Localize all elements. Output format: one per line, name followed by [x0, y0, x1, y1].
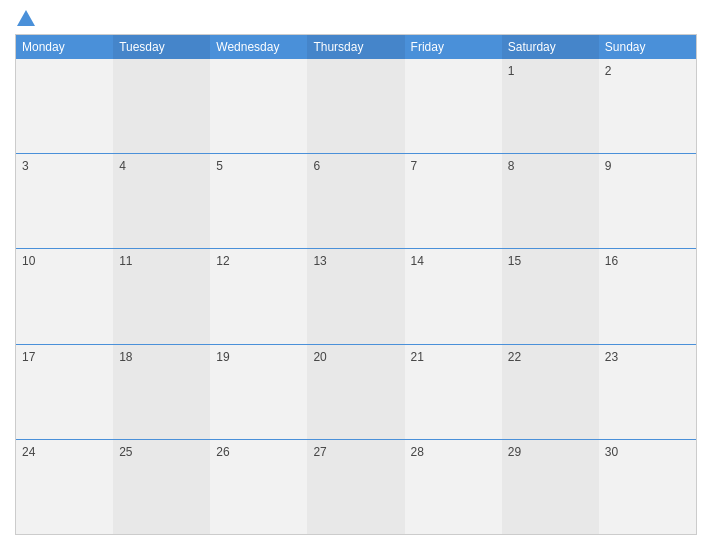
- day-cell-30: 30: [599, 440, 696, 534]
- logo-triangle-icon: [17, 10, 35, 26]
- day-cell-22: 22: [502, 345, 599, 439]
- day-number: 13: [313, 254, 326, 268]
- day-cell-5: 5: [210, 154, 307, 248]
- day-cell-6: 6: [307, 154, 404, 248]
- day-cell-21: 21: [405, 345, 502, 439]
- week-row-5: 24252627282930: [16, 440, 696, 534]
- day-cell-16: 16: [599, 249, 696, 343]
- day-header-wednesday: Wednesday: [210, 35, 307, 59]
- calendar-grid-area: MondayTuesdayWednesdayThursdayFridaySatu…: [15, 34, 697, 535]
- day-cell-23: 23: [599, 345, 696, 439]
- day-cell-27: 27: [307, 440, 404, 534]
- day-header-saturday: Saturday: [502, 35, 599, 59]
- day-number: 29: [508, 445, 521, 459]
- day-number: 2: [605, 64, 612, 78]
- day-cell-12: 12: [210, 249, 307, 343]
- day-cell-1: 1: [502, 59, 599, 153]
- day-cell-15: 15: [502, 249, 599, 343]
- day-cell-17: 17: [16, 345, 113, 439]
- day-cell-7: 7: [405, 154, 502, 248]
- day-header-friday: Friday: [405, 35, 502, 59]
- day-number: 30: [605, 445, 618, 459]
- week-row-1: 12: [16, 59, 696, 154]
- week-row-4: 17181920212223: [16, 345, 696, 440]
- day-number: 5: [216, 159, 223, 173]
- days-header: MondayTuesdayWednesdayThursdayFridaySatu…: [16, 35, 696, 59]
- day-number: 11: [119, 254, 132, 268]
- day-cell-2: 2: [599, 59, 696, 153]
- day-number: 7: [411, 159, 418, 173]
- day-cell-10: 10: [16, 249, 113, 343]
- day-number: 1: [508, 64, 515, 78]
- day-cell-29: 29: [502, 440, 599, 534]
- day-header-sunday: Sunday: [599, 35, 696, 59]
- day-cell-9: 9: [599, 154, 696, 248]
- day-number: 3: [22, 159, 29, 173]
- day-number: 15: [508, 254, 521, 268]
- empty-day-cell: [113, 59, 210, 153]
- empty-day-cell: [307, 59, 404, 153]
- day-number: 4: [119, 159, 126, 173]
- day-number: 19: [216, 350, 229, 364]
- day-cell-18: 18: [113, 345, 210, 439]
- day-header-thursday: Thursday: [307, 35, 404, 59]
- day-number: 26: [216, 445, 229, 459]
- day-number: 20: [313, 350, 326, 364]
- week-row-3: 10111213141516: [16, 249, 696, 344]
- day-cell-11: 11: [113, 249, 210, 343]
- day-cell-25: 25: [113, 440, 210, 534]
- day-number: 14: [411, 254, 424, 268]
- day-number: 18: [119, 350, 132, 364]
- day-number: 10: [22, 254, 35, 268]
- day-number: 16: [605, 254, 618, 268]
- day-cell-3: 3: [16, 154, 113, 248]
- week-row-2: 3456789: [16, 154, 696, 249]
- svg-marker-0: [17, 10, 35, 26]
- calendar-header: [15, 10, 697, 26]
- empty-day-cell: [210, 59, 307, 153]
- day-number: 17: [22, 350, 35, 364]
- day-cell-8: 8: [502, 154, 599, 248]
- day-cell-26: 26: [210, 440, 307, 534]
- day-cell-19: 19: [210, 345, 307, 439]
- calendar-grid: 1234567891011121314151617181920212223242…: [16, 59, 696, 534]
- day-number: 6: [313, 159, 320, 173]
- day-cell-20: 20: [307, 345, 404, 439]
- day-cell-28: 28: [405, 440, 502, 534]
- day-number: 27: [313, 445, 326, 459]
- calendar-container: MondayTuesdayWednesdayThursdayFridaySatu…: [0, 0, 712, 550]
- day-number: 12: [216, 254, 229, 268]
- day-cell-14: 14: [405, 249, 502, 343]
- day-number: 23: [605, 350, 618, 364]
- day-number: 9: [605, 159, 612, 173]
- day-header-tuesday: Tuesday: [113, 35, 210, 59]
- logo: [15, 10, 37, 26]
- day-number: 21: [411, 350, 424, 364]
- empty-day-cell: [405, 59, 502, 153]
- empty-day-cell: [16, 59, 113, 153]
- day-cell-4: 4: [113, 154, 210, 248]
- day-header-monday: Monday: [16, 35, 113, 59]
- day-number: 24: [22, 445, 35, 459]
- day-cell-24: 24: [16, 440, 113, 534]
- day-cell-13: 13: [307, 249, 404, 343]
- day-number: 8: [508, 159, 515, 173]
- day-number: 28: [411, 445, 424, 459]
- day-number: 22: [508, 350, 521, 364]
- day-number: 25: [119, 445, 132, 459]
